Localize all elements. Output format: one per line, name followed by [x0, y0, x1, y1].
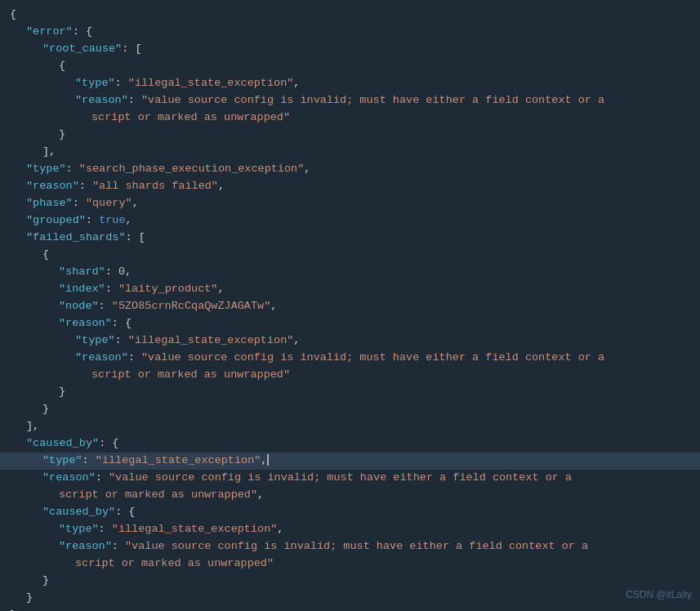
code-line: ],: [0, 418, 700, 435]
code-line: "node": "5ZO85crnRcCqaQwZJAGATw",: [0, 298, 700, 315]
token-string: "illegal_state_exception": [96, 454, 261, 466]
code-line: },: [0, 607, 700, 611]
token-key: "index": [59, 283, 105, 295]
code-line: "index": "laity_product",: [0, 281, 700, 298]
token-punct: ,: [270, 300, 277, 312]
token-punct: :: [128, 351, 141, 363]
code-line: "caused_by": {: [0, 435, 700, 453]
code-line: "reason": "value source config is invali…: [0, 92, 700, 109]
token-key: "type": [26, 163, 66, 175]
token-key: "type": [59, 523, 99, 535]
code-line: }: [0, 590, 700, 607]
code-line: script or marked as unwrapped": [0, 367, 700, 384]
token-key: "grouped": [26, 214, 86, 226]
token-key: "caused_by": [26, 437, 99, 449]
token-punct: :: [128, 94, 141, 106]
token-punct: :: [115, 77, 128, 89]
code-line: "type": "illegal_state_exception",: [0, 332, 700, 350]
code-line: "root_cause": [: [0, 41, 700, 58]
token-key: "error": [26, 25, 73, 38]
token-punct: }: [59, 128, 65, 140]
text-cursor: [267, 454, 269, 466]
code-line: script or marked as unwrapped",: [0, 487, 700, 504]
token-punct: :: [86, 214, 99, 226]
code-line: "reason": "value source config is invali…: [0, 350, 700, 367]
token-string: "illegal_state_exception": [128, 77, 294, 89]
token-string: script or marked as unwrapped": [59, 488, 257, 501]
token-punct: ,: [293, 334, 300, 346]
token-string: "value source config is invalid; must ha…: [109, 471, 572, 484]
token-key: "phase": [26, 197, 73, 209]
token-key: "reason": [26, 180, 79, 192]
token-string: "laity_product": [118, 283, 218, 295]
code-line: }: [0, 573, 700, 590]
token-punct: : {: [112, 317, 132, 329]
token-punct: : {: [99, 437, 118, 449]
code-line: "reason": "value source config is invali…: [0, 470, 700, 487]
token-punct: : [: [126, 231, 145, 243]
token-punct: {: [42, 248, 49, 261]
token-punct: :: [79, 180, 92, 192]
token-punct: ,: [126, 214, 132, 226]
code-line: {: [0, 58, 700, 75]
token-punct: :: [112, 540, 125, 552]
token-punct: {: [10, 8, 16, 20]
code-line: {: [0, 7, 700, 24]
token-key: "reason": [42, 471, 96, 484]
code-line: "caused_by": {: [0, 504, 700, 521]
token-punct: ,: [125, 265, 132, 278]
code-line: }: [0, 384, 700, 401]
token-punct: }: [42, 574, 49, 586]
code-line: }: [0, 127, 700, 144]
token-string: "all shards failed": [92, 180, 218, 192]
token-punct: }: [26, 591, 33, 604]
token-punct: :: [82, 454, 96, 466]
token-key: "type": [42, 454, 82, 466]
token-key: "type": [75, 77, 115, 89]
token-string: "query": [86, 197, 132, 209]
token-punct: }: [42, 403, 49, 415]
token-punct: :: [105, 265, 118, 278]
code-line: "type": "illegal_state_exception",: [0, 75, 700, 92]
token-string: script or marked as unwrapped": [91, 368, 290, 381]
token-key: "reason": [75, 351, 128, 363]
token-key: "reason": [59, 540, 112, 552]
token-key: "shard": [59, 265, 105, 278]
code-line: ],: [0, 144, 700, 161]
token-string: "illegal_state_exception": [128, 334, 294, 346]
token-punct: ,: [218, 180, 225, 192]
token-punct: : [: [122, 42, 141, 55]
token-punct: :: [99, 300, 112, 312]
token-string: "value source config is invalid; must ha…: [125, 540, 588, 552]
token-key: "node": [59, 300, 99, 312]
token-punct: ],: [26, 420, 39, 432]
token-number: 0: [118, 265, 125, 278]
token-string: "5ZO85crnRcCqaQwZJAGATw": [112, 300, 270, 312]
code-line: script or marked as unwrapped": [0, 555, 700, 573]
token-key: "reason": [75, 94, 128, 106]
token-string: script or marked as unwrapped": [91, 111, 290, 123]
token-punct: :: [66, 163, 79, 175]
token-punct: ,: [277, 523, 283, 535]
token-string: script or marked as unwrapped": [75, 557, 274, 569]
token-punct: ,: [293, 77, 300, 89]
token-key: "caused_by": [42, 506, 115, 518]
token-bool: true: [99, 214, 125, 226]
token-punct: :: [99, 523, 112, 535]
watermark-text: CSDN @itLaity: [626, 587, 692, 603]
code-container: {"error": {"root_cause": [{"type": "ille…: [0, 0, 700, 611]
code-line: {: [0, 247, 700, 264]
token-string: "illegal_state_exception": [112, 523, 278, 535]
code-line: "phase": "query",: [0, 195, 700, 212]
code-line: "type": "illegal_state_exception",: [0, 521, 700, 538]
code-line: "failed_shards": [: [0, 230, 700, 247]
code-line: "error": {: [0, 24, 700, 41]
token-punct: :: [105, 283, 118, 295]
code-line: "reason": "all shards failed",: [0, 178, 700, 195]
token-punct: ,: [304, 163, 310, 175]
token-string: "search_phase_execution_exception": [79, 163, 304, 175]
token-punct: :: [96, 471, 109, 484]
token-punct: :: [115, 334, 128, 346]
code-line: "grouped": true,: [0, 212, 700, 230]
token-punct: {: [59, 60, 65, 72]
